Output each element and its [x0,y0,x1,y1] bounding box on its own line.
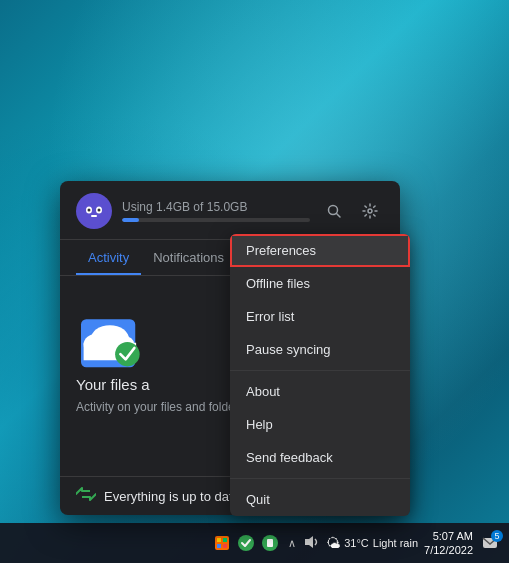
panel-header: Using 1.4GB of 15.0GB [60,181,400,240]
notification-badge[interactable]: 5 [479,532,501,554]
tab-activity[interactable]: Activity [76,240,141,275]
content-heading: Your files a [76,376,150,393]
weather-condition: Light rain [373,537,418,549]
menu-item-offline-files[interactable]: Offline files [230,267,410,300]
settings-button[interactable] [356,197,384,225]
tab-notifications[interactable]: Notifications [141,240,236,275]
weather-temp: 31°C [344,537,369,549]
sync-text: Everything is up to date [104,489,240,504]
tray-icon-check[interactable] [236,533,256,553]
system-tray-chevron[interactable]: ∧ [286,537,298,550]
popup-panel: Using 1.4GB of 15.0GB Activity Notif [60,181,400,515]
clock-date: 7/12/2022 [424,543,473,557]
taskbar-tray [212,533,280,553]
dropdown-menu: Preferences Offline files Error list Pau… [230,234,410,516]
clock-time: 5:07 AM [424,529,473,543]
volume-icon[interactable] [304,535,320,552]
avatar [76,193,112,229]
svg-rect-16 [217,538,221,542]
weather-info: 🌤 31°C Light rain [326,535,418,551]
storage-info: Using 1.4GB of 15.0GB [122,200,310,222]
taskbar-clock[interactable]: 5:07 AM 7/12/2022 [424,529,473,558]
notification-count: 5 [491,530,503,542]
weather-icon: 🌤 [326,535,340,551]
panel-main: Your files a Activity on your files and … [60,276,400,476]
svg-rect-22 [267,539,273,547]
svg-point-3 [88,209,91,212]
svg-point-14 [115,342,140,367]
header-icons [320,197,384,225]
svg-rect-17 [223,538,227,542]
menu-item-error-list[interactable]: Error list [230,300,410,333]
menu-item-about[interactable]: About [230,375,410,408]
storage-fill [122,218,139,222]
taskbar-right: ∧ 🌤 31°C Light rain 5:07 AM 7/12/2022 5 [212,529,501,558]
storage-text: Using 1.4GB of 15.0GB [122,200,310,214]
sync-icon [76,487,96,505]
taskbar: ∧ 🌤 31°C Light rain 5:07 AM 7/12/2022 5 [0,523,509,563]
menu-item-send-feedback[interactable]: Send feedback [230,441,410,474]
svg-rect-18 [217,544,221,548]
menu-item-pause-syncing[interactable]: Pause syncing [230,333,410,366]
menu-item-preferences[interactable]: Preferences [230,234,410,267]
svg-point-4 [98,209,101,212]
menu-item-quit[interactable]: Quit [230,483,410,516]
tray-icon-rainbow[interactable] [212,533,232,553]
menu-divider-1 [230,370,410,371]
svg-rect-5 [91,215,97,217]
svg-rect-19 [223,544,227,548]
cloud-icon [76,306,156,376]
search-button[interactable] [320,197,348,225]
svg-point-20 [238,535,254,551]
svg-point-8 [368,209,372,213]
tray-icon-green[interactable] [260,533,280,553]
menu-item-help[interactable]: Help [230,408,410,441]
menu-divider-2 [230,478,410,479]
storage-bar [122,218,310,222]
svg-marker-23 [305,536,313,548]
svg-line-7 [337,214,341,218]
svg-point-0 [80,197,108,225]
